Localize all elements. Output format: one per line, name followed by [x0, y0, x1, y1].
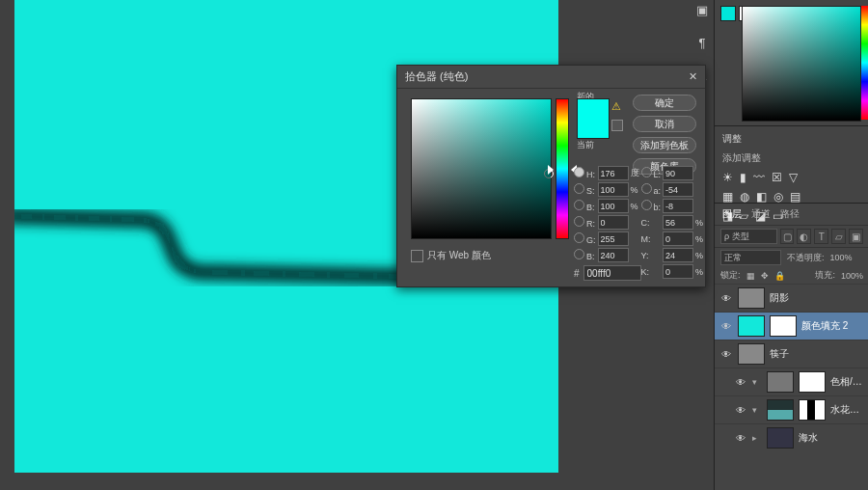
- lock-all-icon[interactable]: 🔒: [774, 271, 785, 281]
- add-to-swatches-button[interactable]: 添加到色板: [633, 137, 696, 153]
- group-chevron[interactable]: ▸: [752, 433, 762, 443]
- b-hsb-input[interactable]: [598, 199, 629, 213]
- layer-name[interactable]: 色相/饱和度 2: [830, 375, 864, 389]
- hex-label: #: [574, 268, 580, 279]
- lock-label: 锁定:: [720, 269, 741, 282]
- h-input[interactable]: [598, 166, 629, 180]
- color-values: H: 度 L: S: % a: B: % b: R:: [574, 166, 699, 279]
- layer-filter-bar: ρ 类型 ▢ ◐ T ▱ ▣: [715, 226, 868, 248]
- layer-thumb: [767, 399, 794, 421]
- filter-pixel-icon[interactable]: ▢: [780, 229, 795, 244]
- preview-current: [578, 119, 609, 138]
- k-input[interactable]: [663, 264, 693, 279]
- layer-name[interactable]: 海水: [799, 431, 864, 445]
- b-rgb-input[interactable]: [598, 248, 629, 262]
- layer-name[interactable]: 颜色填充 2: [801, 319, 864, 333]
- visibility-toggle[interactable]: 👁: [719, 293, 733, 304]
- preview-new: [578, 99, 609, 119]
- layer-mask-thumb: [799, 371, 826, 393]
- history-panel-icon[interactable]: ▣: [692, 0, 712, 19]
- l-input[interactable]: [663, 166, 693, 180]
- levels-icon[interactable]: ▮: [740, 171, 746, 184]
- color-spectrum[interactable]: [742, 6, 861, 122]
- adjust-icons-row2: ▦ ◍ ◧ ◎ ▤: [722, 190, 861, 204]
- layer-chopsticks[interactable]: 👁 筷子: [715, 340, 868, 368]
- visibility-toggle[interactable]: 👁: [719, 349, 733, 360]
- c-input[interactable]: [663, 215, 693, 230]
- lock-pixels-icon[interactable]: ▦: [746, 271, 755, 281]
- layer-splash[interactable]: 👁 ▾ 水花…: [715, 395, 868, 423]
- lock-position-icon[interactable]: ✥: [761, 271, 769, 281]
- tab-channels[interactable]: 通道: [751, 207, 771, 221]
- hue-strip[interactable]: [861, 6, 868, 120]
- b-lab-input[interactable]: [663, 199, 693, 213]
- y-input[interactable]: [663, 248, 693, 262]
- visibility-toggle[interactable]: 👁: [734, 405, 747, 416]
- layer-name[interactable]: 阴影: [770, 291, 864, 305]
- web-only-label: 只有 Web 颜色: [427, 249, 491, 262]
- color-balance-icon[interactable]: ◍: [740, 190, 749, 204]
- filter-shape-icon[interactable]: ▱: [831, 229, 846, 244]
- layer-kind-select[interactable]: ρ 类型: [720, 229, 777, 244]
- web-only-checkbox[interactable]: [411, 250, 423, 262]
- cancel-button[interactable]: 取消: [633, 116, 696, 132]
- layer-color-fill-2[interactable]: 👁 颜色填充 2: [715, 312, 868, 340]
- filter-text-icon[interactable]: T: [814, 229, 828, 244]
- photoshop-window: 思缘设计论坛 MISSYUAN.COM ▣ ¶ A 调整 添加调整: [0, 0, 868, 490]
- group-chevron[interactable]: ▾: [752, 405, 762, 415]
- paragraph-panel-icon[interactable]: ¶: [692, 33, 712, 52]
- close-icon[interactable]: ✕: [689, 70, 697, 83]
- layer-shadow[interactable]: 👁 阴影: [715, 284, 868, 312]
- adjust-subtitle: 添加调整: [722, 151, 861, 165]
- a-input[interactable]: [663, 182, 693, 197]
- hue-slider[interactable]: [556, 98, 569, 239]
- fill-label: 填充:: [815, 269, 835, 282]
- visibility-toggle[interactable]: 👁: [719, 321, 733, 332]
- s-input[interactable]: [598, 182, 629, 197]
- adjust-icons-row1: ☀ ▮ 〰 ☒ ▽: [722, 171, 861, 184]
- hex-input[interactable]: [583, 265, 641, 281]
- web-safe-icon[interactable]: [611, 120, 623, 131]
- ok-button[interactable]: 确定: [633, 95, 696, 111]
- color-panel: [715, 0, 868, 126]
- bw-icon[interactable]: ◧: [756, 190, 767, 204]
- layer-mask-thumb: [770, 315, 797, 337]
- filter-smart-icon[interactable]: ▣: [849, 229, 863, 244]
- opacity-value[interactable]: 100%: [830, 253, 853, 262]
- photo-filter-icon[interactable]: ◎: [773, 190, 783, 204]
- adjust-thumb: [767, 371, 794, 393]
- curves-icon[interactable]: 〰: [753, 171, 765, 184]
- dialog-title: 拾色器 (纯色): [405, 69, 468, 84]
- blend-mode-select[interactable]: 正常: [720, 250, 781, 265]
- r-input[interactable]: [598, 215, 629, 230]
- g-input[interactable]: [598, 231, 629, 246]
- exposure-icon[interactable]: ☒: [772, 171, 782, 184]
- right-panels: 调整 添加调整 ☀ ▮ 〰 ☒ ▽ ▦ ◍ ◧ ◎ ▤ ◨ ▱ ◪ ▭: [714, 0, 868, 490]
- out-of-gamut-icon[interactable]: ⚠: [611, 100, 621, 113]
- tab-layers[interactable]: 图层: [722, 207, 742, 221]
- layer-name[interactable]: 水花…: [830, 403, 864, 417]
- current-label: 当前: [577, 139, 594, 151]
- layer-list: 👁 阴影 👁 颜色填充 2 👁 筷子 👁 ▾: [715, 284, 868, 490]
- layer-thumb: [767, 427, 794, 449]
- tab-paths[interactable]: 路径: [780, 207, 800, 221]
- fill-value[interactable]: 100%: [841, 271, 863, 281]
- hue-handle[interactable]: [554, 165, 571, 178]
- filter-adjust-icon[interactable]: ◐: [797, 229, 811, 244]
- adjust-tab[interactable]: 调整: [722, 133, 742, 144]
- adjustments-panel: 调整 添加调整 ☀ ▮ 〰 ☒ ▽ ▦ ◍ ◧ ◎ ▤ ◨ ▱ ◪ ▭: [715, 126, 868, 204]
- layer-seawater[interactable]: 👁 ▸ 海水: [715, 423, 868, 451]
- color-preview: [577, 98, 610, 139]
- brightness-icon[interactable]: ☀: [722, 171, 733, 184]
- channel-mixer-icon[interactable]: ▤: [790, 190, 800, 204]
- visibility-toggle[interactable]: 👁: [734, 433, 747, 444]
- m-input[interactable]: [663, 231, 693, 246]
- color-picker-dialog: 拾色器 (纯色) ✕ 新的 当前 ⚠ 确定 取消 添加到色板 颜色库: [396, 65, 706, 287]
- hue-sat-icon[interactable]: ▦: [722, 190, 733, 204]
- layer-name[interactable]: 筷子: [770, 347, 864, 361]
- group-chevron[interactable]: ▾: [752, 377, 762, 387]
- layer-hue-sat-2[interactable]: 👁 ▾ 色相/饱和度 2: [715, 368, 868, 395]
- vibrance-icon[interactable]: ▽: [789, 171, 798, 184]
- visibility-toggle[interactable]: 👁: [734, 377, 747, 388]
- color-field[interactable]: [411, 98, 552, 239]
